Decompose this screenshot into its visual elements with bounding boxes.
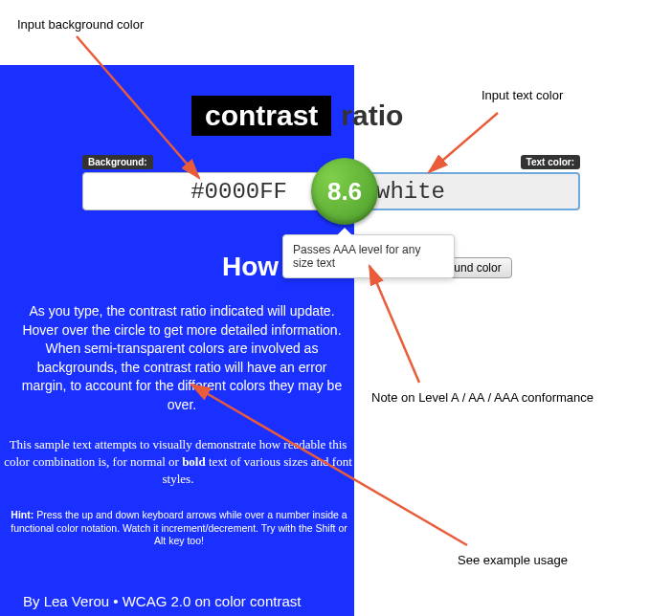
- background-input[interactable]: [82, 172, 331, 210]
- svg-line-1: [429, 113, 498, 172]
- svg-line-2: [370, 266, 419, 383]
- description-text: As you type, the contrast ratio indicate…: [19, 302, 345, 415]
- contrast-ratio-badge[interactable]: 8.6: [311, 158, 378, 225]
- conformance-tooltip: Passes AAA level for any size text: [282, 234, 455, 278]
- annotation-conformance: Note on Level A / AA / AAA conformance: [371, 390, 594, 405]
- annotation-bg: Input background color: [17, 17, 144, 32]
- hint-text: Hint: Press the up and down keyboard arr…: [10, 509, 348, 548]
- sample-text: This sample text attempts to visually de…: [4, 436, 352, 489]
- background-label: Background:: [82, 155, 153, 169]
- hint-body: Press the up and down keyboard arrows wh…: [11, 509, 347, 546]
- how-heading: How: [222, 252, 279, 282]
- hint-label: Hint:: [11, 509, 34, 520]
- annotation-tx: Input text color: [482, 88, 563, 102]
- byline: By Lea Verou • WCAG 2.0 on color contras…: [23, 593, 301, 609]
- title-ratio: ratio: [341, 99, 403, 132]
- sample-bold: bold: [182, 454, 206, 469]
- textcolor-label: Text color:: [521, 155, 580, 169]
- annotation-example: See example usage: [458, 553, 568, 567]
- app-title: contrast ratio: [191, 96, 403, 136]
- title-contrast: contrast: [191, 96, 331, 136]
